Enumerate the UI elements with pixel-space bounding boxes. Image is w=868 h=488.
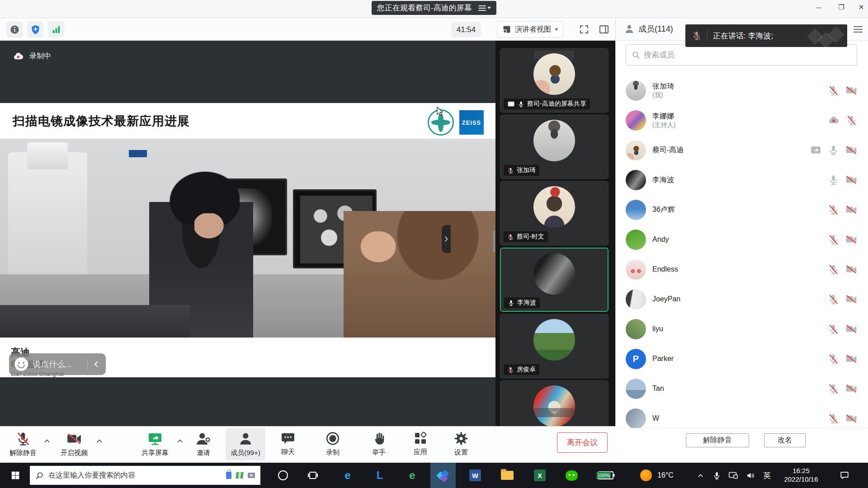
mic-muted-icon[interactable]: [828, 85, 839, 96]
rename-button[interactable]: 改名: [764, 433, 806, 447]
video-tile[interactable]: 蔡司-时文: [500, 181, 609, 245]
meeting-info-button[interactable]: [6, 21, 23, 38]
member-row[interactable]: W: [616, 404, 868, 428]
member-row[interactable]: 36卢辉: [616, 195, 868, 225]
view-mode-dropdown[interactable]: 演讲者视图: [497, 21, 563, 38]
battery-indicator[interactable]: 100%: [592, 463, 618, 488]
mic-options-chevron[interactable]: [43, 437, 51, 445]
tray-overflow-button[interactable]: [693, 463, 708, 488]
chat-input-placeholder[interactable]: 说点什么...: [33, 359, 83, 370]
mic-muted-icon[interactable]: [828, 204, 839, 216]
collapse-chat-icon[interactable]: [92, 360, 100, 368]
mic-on-icon[interactable]: [828, 174, 839, 186]
video-tile[interactable]: [500, 380, 609, 426]
video-tile-share[interactable]: 蔡司-高迪的屏幕共享: [500, 48, 609, 113]
excel-app-button[interactable]: X: [529, 463, 551, 488]
screen-sharing-icon[interactable]: [810, 145, 821, 156]
file-explorer-button[interactable]: [496, 463, 518, 488]
action-center-button[interactable]: [835, 463, 854, 488]
member-row[interactable]: 蔡司-高迪: [616, 135, 868, 165]
word-app-button[interactable]: W: [464, 463, 486, 488]
start-video-button[interactable]: 开启视频: [61, 431, 88, 457]
side-panel-toggle-button[interactable]: [596, 21, 612, 38]
member-row[interactable]: Tan: [616, 374, 868, 404]
scrollbar-thumb[interactable]: [493, 230, 495, 252]
cloud-recording-icon[interactable]: [828, 114, 840, 126]
tray-display-button[interactable]: [725, 463, 741, 488]
camera-off-icon[interactable]: [845, 144, 857, 156]
quick-chat-bubble[interactable]: 说点什么...: [9, 353, 106, 375]
maximize-button[interactable]: ❐: [832, 0, 851, 14]
mic-muted-icon[interactable]: [828, 353, 839, 365]
cortana-button[interactable]: [272, 463, 294, 488]
mic-muted-icon[interactable]: [828, 264, 839, 275]
share-screen-button[interactable]: 共享屏幕: [142, 431, 169, 457]
member-row[interactable]: 李娜娜(主持人): [616, 105, 868, 135]
blue-app-button[interactable]: L: [369, 463, 391, 488]
mic-on-icon[interactable]: [828, 145, 839, 156]
mic-muted-icon[interactable]: [828, 413, 839, 424]
members-panel-menu-button[interactable]: [854, 26, 863, 33]
unmute-button[interactable]: 解除静音: [9, 431, 37, 457]
edge-browser-button[interactable]: e: [337, 463, 359, 488]
members-button[interactable]: 成员(99+): [231, 431, 260, 457]
taskbar-search-box[interactable]: 在这里输入你要搜索的内容: [30, 466, 260, 485]
fullscreen-button[interactable]: [576, 21, 592, 38]
apps-button[interactable]: 应用: [413, 431, 428, 456]
member-search-input[interactable]: [644, 51, 851, 60]
weather-widget[interactable]: 16°C: [632, 463, 682, 488]
mic-muted-icon[interactable]: [828, 383, 839, 394]
raise-hand-button[interactable]: 举手: [372, 431, 387, 457]
member-row[interactable]: P Parker: [616, 344, 868, 374]
unmute-all-button[interactable]: 解除静音: [686, 433, 749, 447]
network-status-button[interactable]: [48, 21, 64, 38]
member-row[interactable]: Andy: [616, 225, 868, 254]
camera-off-icon[interactable]: [845, 323, 857, 335]
camera-off-icon[interactable]: [845, 234, 857, 245]
camera-off-icon[interactable]: [845, 263, 857, 275]
camera-off-icon[interactable]: [845, 204, 857, 216]
share-options-chevron[interactable]: [176, 437, 184, 445]
record-button[interactable]: 录制: [326, 431, 340, 457]
close-button[interactable]: ✕: [852, 0, 868, 14]
video-tile-active-speaker[interactable]: 李海波: [500, 248, 609, 312]
start-button[interactable]: [4, 463, 27, 488]
ie-browser-button[interactable]: e: [401, 463, 423, 488]
invite-button[interactable]: 邀请: [196, 431, 211, 457]
tray-volume-button[interactable]: [742, 463, 759, 488]
photos-app-button-active[interactable]: [430, 463, 456, 488]
camera-off-icon[interactable]: [845, 353, 857, 365]
mic-muted-icon[interactable]: [828, 324, 839, 335]
mic-muted-icon[interactable]: [828, 294, 839, 305]
member-row[interactable]: liyu: [616, 314, 868, 344]
input-language-button[interactable]: 英: [760, 463, 775, 488]
minimize-button[interactable]: ─: [809, 0, 828, 14]
member-row[interactable]: 李海波: [616, 165, 868, 195]
camera-off-icon[interactable]: [845, 293, 857, 305]
video-options-chevron[interactable]: [96, 437, 103, 445]
mic-muted-icon[interactable]: [846, 115, 857, 126]
thumbnail-strip-collapse-handle[interactable]: [442, 225, 451, 253]
member-row[interactable]: JoeyPan: [616, 284, 868, 314]
member-row[interactable]: Endless: [616, 254, 868, 284]
video-tile[interactable]: 张加琦: [500, 115, 609, 179]
tray-mic-button[interactable]: [709, 463, 724, 488]
member-search-box[interactable]: [626, 44, 857, 66]
emoji-icon[interactable]: [14, 357, 28, 371]
wechat-button[interactable]: [561, 463, 582, 488]
security-button[interactable]: [27, 21, 43, 38]
task-view-button[interactable]: [302, 463, 324, 488]
settings-button[interactable]: 设置: [454, 431, 469, 457]
banner-menu-button[interactable]: [478, 5, 491, 11]
member-row[interactable]: 张加琦(我): [616, 75, 868, 105]
scroll-down-button[interactable]: [534, 408, 574, 417]
camera-off-icon[interactable]: [845, 174, 857, 186]
video-tile[interactable]: 房俊卓: [500, 314, 609, 378]
mic-muted-icon[interactable]: [828, 234, 839, 245]
camera-off-icon[interactable]: [845, 84, 857, 96]
camera-off-icon[interactable]: [845, 383, 857, 394]
camera-off-icon[interactable]: [845, 413, 857, 424]
leave-meeting-button[interactable]: 离开会议: [557, 432, 608, 453]
clock-widget[interactable]: 16:25 2022/10/16: [776, 463, 826, 488]
chat-button[interactable]: 聊天: [281, 431, 295, 456]
